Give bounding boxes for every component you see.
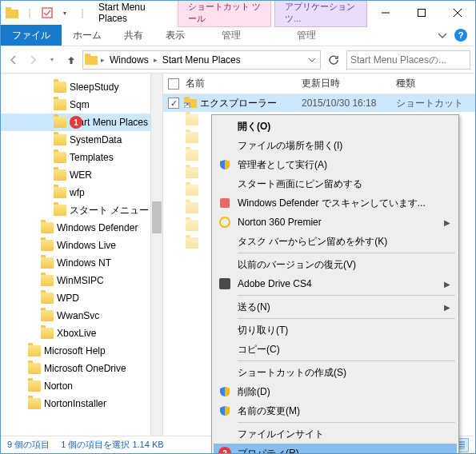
folder-icon	[41, 275, 54, 286]
row-checkbox[interactable]: ✓	[168, 98, 179, 109]
svg-rect-7	[85, 56, 98, 65]
row-name: エクスプローラー	[200, 97, 302, 110]
tab-file[interactable]: ファイル	[1, 25, 62, 46]
ctx-pin-start[interactable]: スタート画面にピン留めする	[214, 174, 457, 193]
tree-item[interactable]: NortonInstaller	[1, 395, 156, 412]
tree-item[interactable]: WinMSIPC	[1, 272, 156, 289]
ctx-defender-scan[interactable]: Windows Defender でスキャンしています...	[214, 193, 457, 213]
tree-item[interactable]: WER	[1, 166, 156, 184]
tab-manage-app[interactable]: 管理	[286, 25, 327, 46]
up-button[interactable]	[63, 52, 79, 68]
select-all-checkbox[interactable]	[168, 78, 179, 90]
tree-item[interactable]: Sqm	[1, 96, 156, 114]
ctx-norton[interactable]: Norton 360 Premier ▶	[214, 213, 457, 232]
tree-item[interactable]: WPD	[1, 289, 156, 307]
breadcrumb-segment[interactable]: Start Menu Places	[161, 54, 242, 66]
breadcrumb-segment[interactable]: Windows	[108, 54, 150, 66]
qat-separator: |	[76, 6, 89, 19]
tree-item[interactable]: スタート メニュー	[1, 201, 156, 219]
ctx-separator	[238, 253, 455, 253]
refresh-button[interactable]	[324, 50, 343, 70]
ctx-create-shortcut[interactable]: ショートカットの作成(S)	[214, 363, 457, 382]
tree-item[interactable]: Microsoft OneDrive	[1, 360, 156, 377]
properties-qat-icon[interactable]	[41, 6, 54, 19]
svg-rect-4	[418, 10, 425, 17]
column-name[interactable]: 名前	[186, 77, 302, 90]
ctx-open[interactable]: 開く(O)	[214, 117, 457, 136]
folder-icon	[41, 328, 54, 339]
chevron-right-icon[interactable]: ▸	[99, 56, 106, 64]
folder-icon	[41, 257, 54, 269]
back-button[interactable]	[6, 52, 22, 68]
ctx-separator	[238, 360, 455, 361]
ctx-unpin-taskbar[interactable]: タスク バーからピン留めを外す(K)	[214, 232, 457, 251]
window-controls	[367, 1, 475, 25]
ctx-cut[interactable]: 切り取り(T)	[214, 321, 457, 340]
forward-button[interactable]	[25, 52, 41, 68]
ctx-separator	[238, 295, 455, 296]
history-dropdown[interactable]: ▾	[44, 52, 60, 68]
maximize-button[interactable]	[403, 1, 439, 25]
ctx-rename[interactable]: 名前の変更(M)	[214, 401, 457, 420]
search-input[interactable]	[350, 54, 466, 66]
nav-tree[interactable]: SleepStudySqm1Start Menu PlacesSystemDat…	[1, 74, 157, 436]
tree-item[interactable]: Templates	[1, 149, 156, 166]
tree-scrollbar[interactable]	[150, 74, 163, 436]
tree-item[interactable]: wfp	[1, 184, 156, 201]
svg-rect-1	[6, 7, 11, 10]
tab-share[interactable]: 共有	[113, 25, 154, 46]
scrollbar-thumb[interactable]	[152, 201, 162, 233]
shortcut-icon	[186, 202, 198, 215]
tab-view[interactable]: 表示	[154, 25, 196, 46]
ctx-delete[interactable]: 削除(D)	[214, 382, 457, 401]
ctx-run-as-admin[interactable]: 管理者として実行(A)	[214, 155, 457, 174]
chevron-right-icon[interactable]: ▸	[152, 56, 159, 64]
ctx-previous-versions[interactable]: 以前のバージョンの復元(V)	[214, 255, 457, 274]
tab-home[interactable]: ホーム	[62, 25, 113, 46]
breadcrumb[interactable]: ▸ Windows ▸ Start Menu Places	[82, 50, 321, 70]
ctx-open-location[interactable]: ファイルの場所を開く(I)	[214, 136, 457, 155]
tree-item[interactable]: Windows Defender	[1, 219, 156, 237]
expand-ribbon-icon[interactable]	[438, 31, 446, 39]
folder-icon	[54, 169, 66, 181]
breadcrumb-dropdown-icon[interactable]	[306, 57, 318, 63]
tree-item[interactable]: SystemData	[1, 131, 156, 149]
minimize-button[interactable]	[367, 1, 403, 25]
shortcut-icon	[186, 220, 198, 233]
submenu-arrow-icon: ▶	[444, 218, 450, 227]
tree-item[interactable]: Windows Live	[1, 237, 156, 254]
folder-app-icon	[6, 6, 18, 19]
ctx-adobe-drive[interactable]: Adobe Drive CS4 ▶	[214, 274, 457, 293]
tree-item[interactable]: Microsoft Help	[1, 342, 156, 360]
contextual-tab-application[interactable]: アプリケーション ツ...	[274, 0, 367, 27]
svg-rect-12	[220, 198, 230, 208]
shield-icon	[218, 158, 231, 171]
tree-item[interactable]: Windows NT	[1, 254, 156, 272]
help-icon[interactable]: ?	[454, 29, 467, 42]
ctx-send-to[interactable]: 送る(N)▶	[214, 297, 457, 317]
close-button[interactable]	[439, 1, 475, 25]
tree-item[interactable]: WwanSvc	[1, 307, 156, 325]
shortcut-icon	[186, 149, 198, 162]
ctx-file-insight[interactable]: ファイルインサイト	[214, 424, 457, 444]
tab-manage-shortcut[interactable]: 管理	[210, 25, 252, 46]
qat-dropdown-icon[interactable]: ▾	[58, 6, 71, 19]
tree-item[interactable]: Norton	[1, 377, 156, 395]
row-date: 2015/10/30 16:18	[302, 98, 396, 109]
qat-separator: |	[23, 6, 36, 19]
folder-icon	[54, 117, 66, 128]
tree-item[interactable]: SleepStudy	[1, 78, 156, 96]
tree-item[interactable]: XboxLive	[1, 325, 156, 342]
column-date[interactable]: 更新日時	[302, 77, 396, 90]
tree-item-label: XboxLive	[57, 328, 96, 339]
tree-item-label: WinMSIPC	[57, 275, 104, 286]
search-box[interactable]	[346, 50, 470, 70]
ctx-separator	[238, 318, 455, 319]
tree-item-label: WPD	[57, 293, 79, 304]
ctx-properties[interactable]: 2 プロパティ(R)	[214, 444, 457, 454]
tree-item[interactable]: 1Start Menu Places	[1, 114, 156, 131]
column-type[interactable]: 種類	[396, 77, 475, 90]
list-item-selected[interactable]: ✓ エクスプローラー 2015/10/30 16:18 ショートカット	[157, 94, 475, 112]
ctx-copy[interactable]: コピー(C)	[214, 340, 457, 359]
contextual-tab-shortcut[interactable]: ショートカット ツール	[178, 0, 271, 27]
